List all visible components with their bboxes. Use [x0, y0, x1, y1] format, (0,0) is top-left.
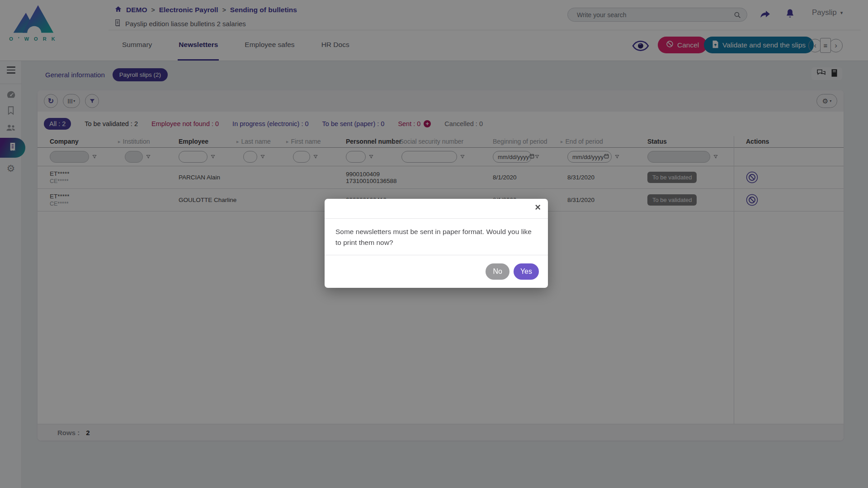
close-icon[interactable]: × — [535, 202, 541, 212]
dialog-footer: No Yes — [325, 255, 548, 288]
dialog-message: Some newsletters must be sent in paper f… — [325, 219, 548, 255]
yes-button[interactable]: Yes — [514, 263, 539, 280]
print-confirmation-dialog: × Some newsletters must be sent in paper… — [325, 199, 548, 288]
dialog-header: × — [325, 199, 548, 219]
no-button[interactable]: No — [486, 263, 509, 280]
